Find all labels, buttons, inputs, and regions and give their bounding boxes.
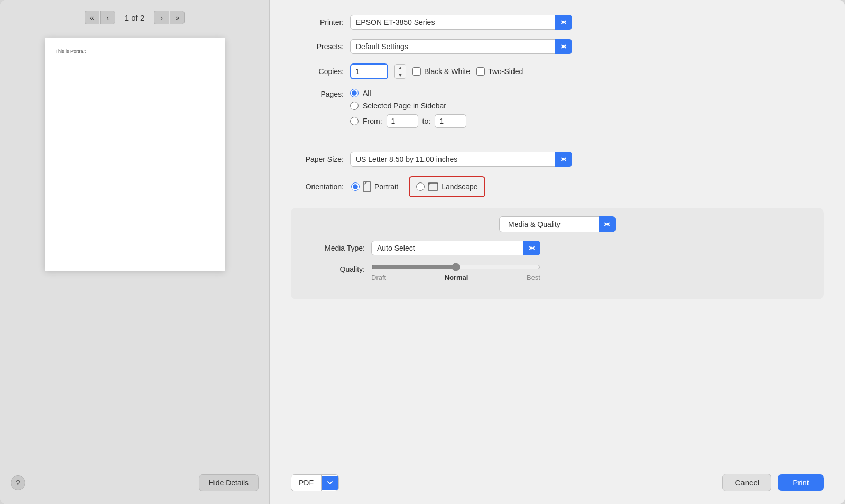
presets-select[interactable]: Default Settings: [350, 39, 572, 54]
copies-stepper: ▲ ▼: [394, 64, 406, 79]
two-sided-text: Two-Sided: [488, 67, 523, 76]
media-type-select[interactable]: Auto Select: [371, 241, 540, 255]
two-sided-checkbox[interactable]: [476, 67, 485, 76]
preview-area: This is Portrait: [29, 33, 241, 466]
black-white-text: Black & White: [424, 67, 470, 76]
landscape-label: Landscape: [442, 182, 478, 191]
quality-normal: Normal: [445, 273, 469, 281]
pages-all-radio[interactable]: [350, 89, 359, 97]
paper-size-select-wrapper: US Letter 8.50 by 11.00 inches: [350, 152, 572, 167]
pages-all-label[interactable]: All: [350, 89, 466, 97]
navigation-bar: « ‹ 1 of 2 › »: [0, 0, 269, 33]
footer: PDF Cancel Print: [270, 465, 845, 504]
media-quality-select[interactable]: Media & Quality: [499, 216, 616, 232]
pdf-arrow-button[interactable]: [322, 476, 338, 490]
svg-rect-0: [363, 182, 371, 191]
pages-all-text: All: [363, 89, 371, 97]
next-page-button[interactable]: ›: [154, 11, 169, 24]
copies-decrement[interactable]: ▼: [395, 71, 406, 78]
portrait-label: Portrait: [374, 182, 398, 191]
portrait-option[interactable]: Portrait: [350, 178, 399, 195]
landscape-option-highlighted: Landscape: [409, 176, 485, 197]
black-white-checkbox[interactable]: [412, 67, 421, 76]
pages-to-input[interactable]: [435, 114, 466, 128]
pages-from-label: From:: [363, 117, 382, 125]
copies-input[interactable]: 1: [350, 63, 388, 79]
orientation-label: Orientation:: [291, 182, 344, 191]
prev-nav-group: « ‹: [85, 11, 115, 24]
copies-increment[interactable]: ▲: [395, 65, 406, 71]
landscape-option[interactable]: Landscape: [415, 179, 479, 194]
quality-label: Quality:: [307, 263, 365, 273]
portrait-icon: [363, 181, 371, 192]
quality-row: Quality: Draft Normal Best: [307, 263, 808, 281]
last-page-button[interactable]: »: [170, 11, 185, 24]
pages-selected-label[interactable]: Selected Page in Sidebar: [350, 102, 466, 110]
hide-details-button[interactable]: Hide Details: [199, 474, 259, 491]
presets-label: Presets:: [291, 42, 344, 51]
pdf-dropdown-icon: [327, 480, 333, 486]
mq-header: Media & Quality: [307, 216, 808, 232]
divider-1: [291, 140, 824, 140]
paper-size-label: Paper Size:: [291, 155, 344, 163]
quality-labels: Draft Normal Best: [371, 273, 540, 281]
quality-draft: Draft: [371, 273, 386, 281]
pages-selected-radio[interactable]: [350, 102, 359, 110]
black-white-label[interactable]: Black & White: [412, 67, 470, 76]
portrait-radio[interactable]: [351, 182, 360, 191]
quality-slider-container: Draft Normal Best: [371, 263, 540, 281]
printer-select[interactable]: EPSON ET-3850 Series: [350, 15, 572, 30]
copies-label: Copies:: [291, 67, 344, 76]
media-type-select-wrapper: Auto Select: [371, 241, 540, 255]
media-quality-section: Media & Quality Media Type:: [291, 208, 824, 299]
cancel-button[interactable]: Cancel: [722, 474, 771, 491]
orientation-options: Portrait Landscape: [350, 176, 485, 197]
pages-range-radio[interactable]: [350, 117, 359, 125]
pages-from-input[interactable]: [387, 114, 418, 128]
pdf-button-group: PDF: [291, 474, 339, 491]
printer-select-wrapper: EPSON ET-3850 Series: [350, 15, 572, 30]
quality-best: Best: [527, 273, 540, 281]
copies-row: Copies: 1 ▲ ▼ Black & White Two-Sided: [291, 63, 824, 79]
help-button[interactable]: ?: [11, 475, 25, 490]
pdf-label-button[interactable]: PDF: [291, 475, 322, 491]
next-nav-group: › »: [154, 11, 185, 24]
printer-row: Printer: EPSON ET-3850 Series: [291, 15, 824, 30]
media-type-row: Media Type: Auto Select: [307, 241, 808, 255]
presets-select-wrapper: Default Settings: [350, 39, 572, 54]
print-button[interactable]: Print: [778, 474, 824, 491]
mq-select-wrapper: Media & Quality: [499, 216, 616, 232]
first-page-button[interactable]: «: [85, 11, 99, 24]
pages-row: Pages: All Selected Page in Sidebar F: [291, 89, 824, 128]
quality-slider[interactable]: [371, 263, 540, 271]
paper-size-row: Paper Size: US Letter 8.50 by 11.00 inch…: [291, 152, 824, 167]
landscape-radio[interactable]: [416, 182, 425, 191]
pages-label: Pages:: [291, 89, 344, 98]
settings-panel: Printer: EPSON ET-3850 Series: [270, 0, 845, 465]
page-preview: This is Portrait: [45, 38, 225, 271]
orientation-row: Orientation: Portrait: [291, 176, 824, 197]
landscape-icon: [428, 182, 438, 191]
page-indicator: 1 of 2: [125, 13, 145, 22]
bottom-bar: ? Hide Details: [0, 466, 269, 504]
pages-from-to-row: From: to:: [350, 114, 466, 128]
pages-radio-group: All Selected Page in Sidebar From: to:: [350, 89, 466, 128]
footer-right: Cancel Print: [722, 474, 824, 491]
printer-label: Printer:: [291, 18, 344, 26]
prev-page-button[interactable]: ‹: [100, 11, 115, 24]
media-type-label: Media Type:: [307, 244, 365, 252]
pages-selected-text: Selected Page in Sidebar: [363, 102, 446, 110]
presets-row: Presets: Default Settings: [291, 39, 824, 54]
paper-size-select[interactable]: US Letter 8.50 by 11.00 inches: [350, 152, 572, 167]
pages-to-label: to:: [422, 117, 431, 125]
two-sided-label[interactable]: Two-Sided: [476, 67, 523, 76]
page-preview-text: This is Portrait: [56, 49, 86, 54]
